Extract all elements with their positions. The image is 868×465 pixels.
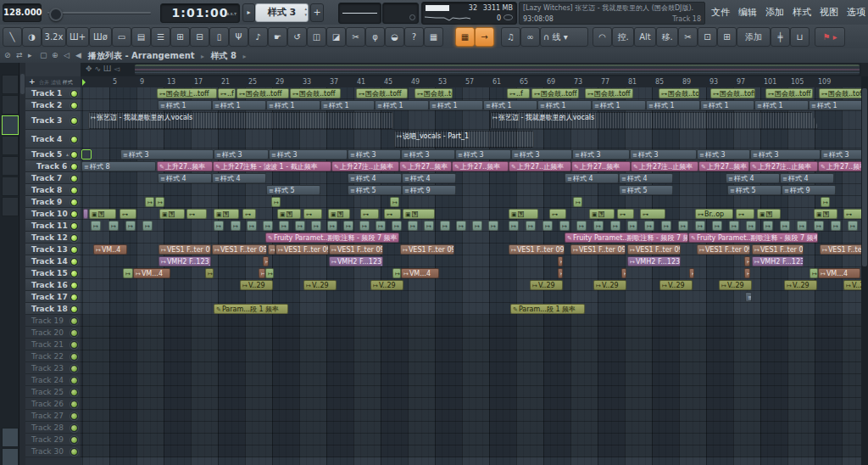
clip[interactable]: ↦ [810, 268, 818, 278]
track-header-30[interactable]: Track 30 [25, 445, 81, 457]
timeline-ruler[interactable]: 5913172125293337414549535761656973778185… [81, 76, 861, 88]
clip-Br..op[interactable]: ⊶Br..op [695, 209, 733, 219]
track-header-9[interactable]: Track 9 [25, 196, 81, 208]
save-new-version-button[interactable]: ◪ [326, 27, 346, 47]
track-header-18[interactable]: Track 18 [25, 303, 81, 315]
clip-国[interactable]: ▣国 [277, 209, 301, 219]
clip-样式 3[interactable]: ≡样式 3 [214, 149, 269, 160]
clip[interactable]: ↦ [142, 221, 153, 231]
clip-样式 1[interactable]: ≡样式 1 [646, 100, 700, 110]
clip[interactable]: ⊶ [843, 209, 861, 219]
clip[interactable]: ↦ [746, 221, 756, 231]
clip-Fruity Paramet..副歌注释 - 频段 7 频率[interactable]: ✎Fruity Paramet..副歌注释 - 频段 7 频率 [688, 232, 818, 243]
track-mute-led[interactable] [70, 353, 78, 361]
track-header-8[interactable]: Track 8 [25, 184, 81, 196]
add-marker-button[interactable]: Ш+ [66, 27, 89, 47]
track-lane-27[interactable] [81, 410, 861, 422]
track-lane-21[interactable] [81, 339, 861, 350]
clip[interactable]: ↦ [392, 268, 401, 278]
menu-item-文件[interactable]: 文件 [707, 0, 734, 25]
clip-..f[interactable]: ⊶..f [218, 88, 236, 98]
clip-上升27..频率[interactable]: ✎上升27..频率 [698, 161, 749, 171]
tool-pointer-button[interactable]: ╲ [3, 27, 22, 47]
playlist-view-button[interactable]: ▦ [455, 27, 475, 47]
clip[interactable]: ↦ [91, 221, 101, 231]
clip-VES1 F..ter 099[interactable]: ↦VES1 F..ter 099 [275, 244, 329, 255]
clip-VM...4[interactable]: ↦VM...4 [818, 268, 860, 278]
clip-样式 3[interactable]: ≡样式 3 [455, 149, 511, 160]
control-tool-button[interactable]: 控. [612, 27, 634, 47]
clip-国会鼓..toff[interactable]: ⊶国会鼓..toff [659, 88, 699, 98]
track-lane-11[interactable] [81, 220, 861, 232]
clip[interactable]: ↦ [424, 221, 434, 231]
clip-V..29[interactable]: ↦V..29 [719, 280, 752, 290]
clip[interactable]: ⊶ [384, 209, 401, 219]
stamp-hat-button[interactable]: ◠ [593, 27, 612, 47]
mixer-button[interactable]: ☰ [151, 27, 170, 47]
clip[interactable]: ⊶ [303, 209, 322, 219]
track-header-28[interactable]: Track 28 [25, 422, 81, 434]
clip-样式 4[interactable]: ≡样式 4 [780, 173, 834, 183]
track-header-10[interactable]: Track 10 [25, 208, 81, 220]
clip-Fruity Paramet..副歌注释 - 频段 7 频[interactable]: ✎Fruity Paramet..副歌注释 - 频段 7 频 [565, 232, 688, 243]
clip[interactable]: ↦ [343, 221, 353, 231]
track-lane-30[interactable] [81, 445, 861, 457]
clip[interactable]: ↦ [108, 221, 119, 231]
track-header-23[interactable]: Track 23 [25, 362, 81, 374]
clip-V..29[interactable]: ↦V..29 [593, 280, 626, 290]
clip-样式 1[interactable]: ≡样式 1 [375, 100, 429, 110]
picker-item[interactable] [2, 136, 19, 155]
shuttle-slider-knob[interactable] [49, 8, 63, 21]
track-mute-led[interactable] [70, 389, 78, 396]
clip-上升27注..止频率[interactable]: ✎上升27注..止频率 [749, 161, 818, 171]
track-mute-led[interactable] [70, 117, 78, 125]
picker-item[interactable] [2, 75, 19, 94]
clip[interactable]: ↦ [576, 221, 587, 231]
picker-item[interactable] [2, 448, 19, 465]
clip[interactable]: ↦ [376, 221, 386, 231]
clip-样式 3[interactable]: ≡样式 3 [348, 149, 401, 160]
clip[interactable]: ↦ [205, 268, 214, 278]
clip-样式 4[interactable]: ≡样式 4 [402, 173, 456, 183]
track-mute-led[interactable] [70, 377, 78, 384]
clip-..f[interactable]: ⊶..f [507, 88, 530, 98]
clip[interactable]: ↦ [263, 256, 269, 266]
clip[interactable]: ↦ [392, 221, 402, 231]
clip-VES1 F..ter 099[interactable]: ↦VES1 F..ter 099 [509, 244, 565, 255]
paste-button[interactable]: ⊞ [717, 27, 737, 47]
track-header-6[interactable]: Track 6 [25, 160, 81, 172]
clip-样式 4[interactable]: ≡样式 4 [619, 173, 673, 183]
clip[interactable]: ↦ [661, 221, 671, 231]
clip-样式 3[interactable]: ≡样式 3 [821, 149, 861, 160]
flag-locale-button[interactable]: ⚑ ▸ [815, 27, 845, 47]
copy-button[interactable]: ⊡ [698, 27, 717, 47]
playback-tool-icon[interactable]: ▸ [28, 48, 32, 63]
microphone-button[interactable]: φ [365, 27, 385, 47]
clip-国会鼓..toff[interactable]: ⊶国会鼓..toff [290, 88, 341, 98]
clip[interactable]: ↦ [558, 268, 563, 278]
mute-tool-icon[interactable]: ⊘ [4, 48, 11, 63]
clip[interactable]: ↦ [542, 221, 553, 231]
track-mute-led[interactable] [70, 222, 78, 230]
vertical-scrollbar[interactable] [861, 76, 868, 465]
track-lane-19[interactable] [81, 315, 861, 327]
clip-样式 4[interactable]: ≡样式 4 [212, 173, 266, 183]
audio-preview-icon[interactable]: ◀ [75, 48, 81, 63]
menu-item-选项[interactable]: 选项 [843, 0, 868, 25]
menu-item-添加[interactable]: 添加 [761, 0, 788, 25]
video-monitor-button[interactable]: ▭ [112, 27, 131, 47]
song-mode-button[interactable]: → [475, 27, 494, 47]
clip[interactable]: ↦ [263, 221, 273, 231]
track-mute-led[interactable] [70, 246, 78, 254]
slice-tool-button[interactable]: ✂ [678, 27, 698, 47]
track-mute-led[interactable] [70, 175, 78, 182]
clip[interactable]: ⊶ [360, 209, 379, 219]
clip[interactable]: ↦ [145, 197, 154, 207]
clip-国[interactable]: ▣国 [159, 209, 185, 219]
clip[interactable]: ↦ [214, 221, 224, 231]
clip-VES1 F..ter 099[interactable]: ↦VES1 F..ter 099 [400, 244, 454, 255]
track-header-5[interactable]: Track 5▴ [25, 148, 81, 160]
clip-国会鼓..toff[interactable]: ⊶国会鼓..toff [710, 88, 755, 98]
picker-item[interactable] [2, 428, 19, 447]
clip[interactable]: ↦ [559, 221, 570, 231]
